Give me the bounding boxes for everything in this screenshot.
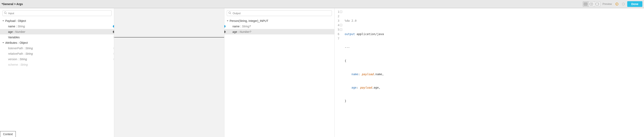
attributes-type: Object — [20, 41, 28, 44]
field-type: String? — [242, 25, 251, 28]
code-token: payload — [360, 86, 372, 89]
search-icon — [228, 12, 231, 15]
output-port[interactable] — [113, 25, 114, 28]
search-icon — [4, 12, 7, 15]
output-tree: Person(String, Integer)_INPUT name : Str… — [224, 18, 334, 137]
code-token: { — [345, 59, 346, 62]
output-search-wrap — [224, 8, 334, 18]
input-field-relativePath[interactable]: relativePath : String — [0, 51, 114, 56]
field-key: version : — [8, 58, 20, 61]
payload-label: Payload : — [5, 19, 18, 23]
layout-three-col-icon — [584, 3, 587, 5]
field-key: listenerPath : — [8, 47, 26, 50]
refresh-icon — [615, 2, 619, 6]
breadcrumb: *General > Args — [2, 3, 23, 6]
svg-point-6 — [4, 12, 6, 14]
code-token: application/java — [355, 32, 384, 36]
context-tab[interactable]: Context — [0, 131, 16, 137]
field-key: scheme : — [8, 63, 20, 66]
output-field-name[interactable]: name : String? — [224, 24, 334, 29]
input-tree-panel: Payload : Object name : String age : Num… — [0, 8, 114, 137]
output-tree-panel: Person(String, Integer)_INPUT name : Str… — [224, 8, 334, 137]
output-port[interactable] — [113, 31, 114, 33]
output-port[interactable] — [113, 37, 114, 38]
code-token: --- — [345, 46, 350, 49]
header-actions: Preview Done — [583, 1, 642, 7]
input-port[interactable] — [224, 25, 226, 28]
field-type: Number — [15, 30, 25, 34]
code-token: output — [345, 32, 355, 36]
redo-icon — [622, 2, 625, 6]
input-payload-node[interactable]: Payload : Object — [0, 18, 114, 24]
input-field-age[interactable]: age : Number — [0, 29, 114, 35]
field-key: relativePath : — [8, 52, 26, 55]
output-field-age[interactable]: age : Number? — [224, 29, 334, 35]
done-button[interactable]: Done — [627, 1, 642, 7]
refresh-button[interactable] — [614, 2, 620, 7]
output-root-label: Person(String, Integer)_INPUT — [230, 19, 268, 23]
caret-down-icon — [2, 20, 4, 22]
output-root-node[interactable]: Person(String, Integer)_INPUT — [224, 18, 334, 24]
code-token: %dw 2.0 — [345, 19, 356, 22]
input-field-listenerPath[interactable]: listenerPath : String — [0, 45, 114, 51]
main-area: Payload : Object name : String age : Num… — [0, 8, 644, 137]
layout-one-col-button[interactable] — [594, 2, 600, 7]
code-content[interactable]: %dw 2.0 output application/java --- { na… — [343, 8, 644, 137]
output-port[interactable] — [113, 47, 114, 49]
input-tree: Payload : Object name : String age : Num… — [0, 18, 114, 137]
redo-button[interactable] — [621, 2, 626, 7]
field-type: String — [20, 63, 28, 66]
attributes-label: Attributes : — [5, 41, 20, 44]
layout-three-col-button[interactable] — [583, 2, 588, 7]
mapping-lines — [114, 8, 224, 137]
layout-one-col-icon — [596, 3, 599, 5]
input-attributes-node[interactable]: Attributes : Object — [0, 40, 114, 45]
field-type: Number? — [240, 30, 251, 34]
field-type: String — [20, 58, 27, 61]
field-type: String — [26, 47, 33, 50]
layout-two-col-icon — [590, 3, 593, 5]
code-token: .age, — [372, 86, 380, 89]
caret-down-icon — [226, 20, 229, 22]
input-search-wrap — [0, 8, 114, 18]
field-type: String — [18, 25, 25, 28]
fold-icon[interactable]: − — [340, 24, 342, 26]
svg-rect-0 — [584, 3, 587, 5]
input-field-scheme[interactable]: scheme : String — [0, 62, 114, 67]
variables-label: Variables — [8, 36, 20, 39]
field-type: String — [26, 52, 33, 55]
field-key: age : — [8, 30, 15, 34]
caret-down-icon — [2, 42, 4, 44]
code-token: } — [345, 99, 346, 102]
layout-mode-group — [583, 2, 600, 7]
payload-type: Object — [18, 19, 26, 23]
layout-two-col-button[interactable] — [588, 2, 594, 7]
input-search-field[interactable] — [2, 10, 112, 16]
output-port[interactable] — [113, 58, 114, 60]
svg-rect-5 — [596, 3, 598, 5]
field-key: name : — [232, 25, 242, 28]
input-variables-node[interactable]: Variables — [0, 35, 114, 40]
fold-icon[interactable]: − — [340, 11, 342, 13]
input-field-version[interactable]: version : String — [0, 56, 114, 62]
code-editor[interactable]: 1− 2 3 4− 5− 6 7 %dw 2.0 output applicat… — [334, 8, 644, 137]
input-field-name[interactable]: name : String — [0, 24, 114, 29]
code-editor-panel: 1− 2 3 4− 5− 6 7 %dw 2.0 output applicat… — [334, 8, 644, 137]
code-token: payload — [362, 73, 374, 76]
code-token: name — [352, 73, 358, 76]
field-key: age : — [232, 30, 240, 34]
fold-icon[interactable]: − — [340, 28, 342, 31]
code-token: age — [352, 86, 356, 89]
svg-point-9 — [229, 12, 231, 14]
header-bar: *General > Args Preview Done — [0, 0, 644, 8]
mapping-canvas[interactable] — [114, 8, 224, 137]
svg-line-10 — [230, 13, 231, 14]
line-gutter: 1− 2 3 4− 5− 6 7 — [334, 8, 343, 137]
output-search-field[interactable] — [227, 10, 332, 16]
preview-label[interactable]: Preview — [602, 3, 612, 6]
code-token: .name, — [374, 73, 384, 76]
input-port[interactable] — [224, 31, 226, 33]
field-key: name : — [8, 25, 18, 28]
output-port[interactable] — [113, 53, 114, 55]
svg-line-7 — [6, 13, 7, 14]
